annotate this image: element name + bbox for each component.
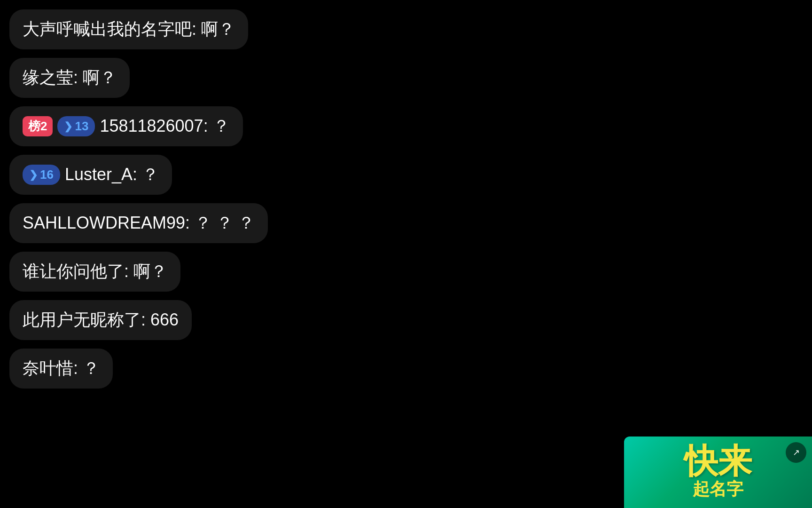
chat-container: 大声呼喊出我的名字吧: 啊？缘之莹: 啊？榜2❯1315811826007: ？… bbox=[0, 0, 367, 508]
ad-content: 快来 起名字 bbox=[679, 439, 757, 506]
ad-banner[interactable]: 快来 起名字 ↗ bbox=[624, 437, 812, 508]
chat-bubble: 榜2❯1315811826007: ？ bbox=[9, 106, 243, 146]
message-text: 缘之莹: 啊？ bbox=[23, 66, 117, 89]
chevron-icon: ❯ bbox=[29, 169, 38, 181]
message-text: 奈叶惜: ？ bbox=[23, 357, 100, 380]
message-text: 谁让你问他了: 啊？ bbox=[23, 260, 167, 283]
ad-main-text: 快来 bbox=[684, 444, 752, 478]
chat-bubble: 缘之莹: 啊？ bbox=[9, 58, 130, 98]
chat-bubble: 此用户无昵称了: 666 bbox=[9, 300, 192, 340]
level-number: 16 bbox=[40, 167, 54, 182]
chat-bubble: SAHLLOWDREAM99: ？ ？ ？ bbox=[9, 203, 268, 243]
ad-sub-text: 起名字 bbox=[693, 478, 743, 501]
chat-bubble: 大声呼喊出我的名字吧: 啊？ bbox=[9, 9, 248, 49]
chat-bubble: 谁让你问他了: 啊？ bbox=[9, 252, 180, 292]
level-badge: ❯13 bbox=[57, 116, 95, 136]
message-text: 此用户无昵称了: 666 bbox=[23, 309, 179, 332]
message-text: SAHLLOWDREAM99: ？ ？ ？ bbox=[23, 212, 255, 235]
level-badge: ❯16 bbox=[23, 165, 60, 185]
chevron-icon: ❯ bbox=[64, 120, 72, 133]
chat-bubble: 奈叶惜: ？ bbox=[9, 349, 113, 389]
chat-bubble: ❯16Luster_A: ？ bbox=[9, 155, 172, 195]
rank-badge: 榜2 bbox=[23, 116, 53, 136]
level-number: 13 bbox=[75, 119, 88, 134]
message-text: Luster_A: ？ bbox=[65, 163, 159, 186]
message-text: 大声呼喊出我的名字吧: 啊？ bbox=[23, 18, 235, 41]
ad-arrow-button[interactable]: ↗ bbox=[786, 442, 806, 463]
message-text: 15811826007: ？ bbox=[100, 115, 229, 138]
